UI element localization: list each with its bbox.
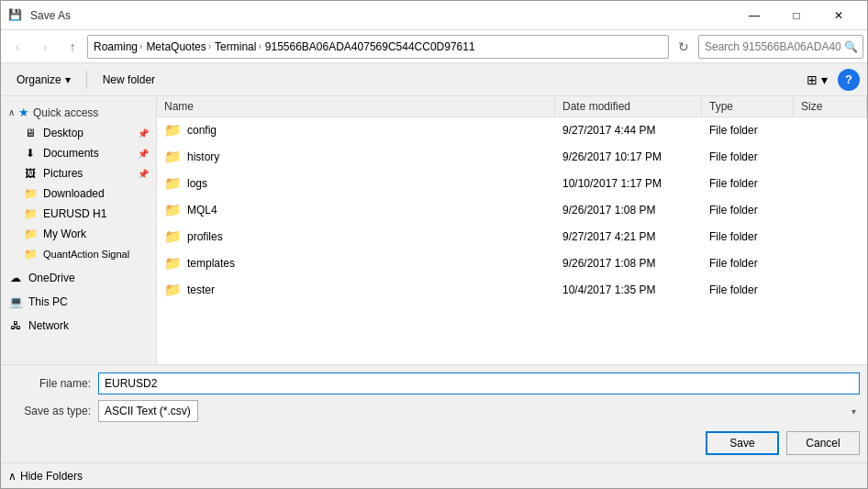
save-type-select[interactable]: ASCII Text (*.csv) [98,400,198,422]
file-size-cell [794,128,867,133]
table-row[interactable]: 📁 history 9/26/2017 10:17 PM File folder [157,144,867,171]
view-arrow: ▾ [821,72,828,87]
help-button[interactable]: ? [838,69,860,91]
sidebar-item-onedrive[interactable]: ☁ OneDrive [1,268,156,288]
breadcrumb-metaquotes[interactable]: MetaQuotes › [146,40,211,53]
minimize-button[interactable]: — [733,1,775,30]
footer: ∧ Hide Folders [1,462,867,488]
sidebar-item-mywork-label: My Work [43,228,86,240]
address-bar[interactable]: Roaming › MetaQuotes › Terminal › 915566… [87,35,669,59]
file-name-text: history [187,150,219,163]
table-row[interactable]: 📁 templates 9/26/2017 1:08 PM File folde… [157,250,867,277]
sidebar-item-network-label: Network [28,319,69,332]
quick-access-star-icon: ★ [18,106,29,119]
table-row[interactable]: 📁 MQL4 9/26/2017 1:08 PM File folder [157,197,867,224]
sidebar-item-documents-label: Documents [43,147,99,160]
file-size-cell [794,207,867,213]
select-arrow-icon: ▾ [851,406,856,417]
file-date-cell: 9/26/2017 10:17 PM [555,148,702,166]
search-input[interactable] [698,35,863,59]
table-row[interactable]: 📁 logs 10/10/2017 1:17 PM File folder [157,171,867,197]
file-type-cell: File folder [702,281,794,299]
maximize-button[interactable]: □ [775,1,818,30]
file-name-cell: 📁 profiles [157,226,555,248]
file-type-cell: File folder [702,254,794,272]
thispc-icon: 💻 [8,295,23,309]
new-folder-button[interactable]: New folder [95,69,163,91]
pin-icon-desktop: 📌 [138,128,149,139]
sidebar-item-mywork[interactable]: 📁 My Work [1,224,156,244]
table-row[interactable]: 📁 config 9/27/2017 4:44 PM File folder [157,117,867,144]
file-type-cell: File folder [702,174,794,193]
view-icon: ⊞ [807,72,818,87]
back-button[interactable]: ‹ [5,34,30,60]
hide-folders-button[interactable]: ∧ Hide Folders [8,470,83,483]
quick-access-arrow: ∧ [8,107,15,117]
sidebar-item-network[interactable]: 🖧 Network [1,316,156,336]
breadcrumb-roaming[interactable]: Roaming › [94,40,142,53]
column-name-header[interactable]: Name [157,96,555,117]
column-date-header[interactable]: Date modified [555,96,702,117]
up-button[interactable]: ↑ [60,34,85,60]
main-area: ∧ ★ Quick access 🖥 Desktop 📌 ⬇ Documents… [1,96,867,364]
file-type-cell: File folder [702,148,794,166]
forward-button[interactable]: › [32,34,58,60]
window-controls: — □ ✕ [733,1,860,30]
file-date-cell: 9/26/2017 1:08 PM [555,201,702,219]
sidebar-item-desktop[interactable]: 🖥 Desktop 📌 [1,123,156,143]
table-row[interactable]: 📁 tester 10/4/2017 1:35 PM File folder [157,277,867,304]
folder-icon: 📁 [164,282,182,298]
file-name-text: templates [187,257,235,270]
sidebar-item-pictures[interactable]: 🖼 Pictures 📌 [1,163,156,183]
navigation-bar: ‹ › ↑ Roaming › MetaQuotes › Terminal › … [1,30,867,63]
sidebar-item-eurusd[interactable]: 📁 EURUSD H1 [1,204,156,224]
file-name-input[interactable] [98,372,860,395]
column-size-header[interactable]: Size [794,96,867,117]
quick-access-section: ∧ ★ Quick access 🖥 Desktop 📌 ⬇ Documents… [1,100,156,266]
onedrive-section: ☁ OneDrive [1,266,156,290]
network-section: 🖧 Network [1,314,156,338]
save-as-dialog: 💾 Save As — □ ✕ ‹ › ↑ Roaming › MetaQuot… [0,0,868,489]
sidebar-item-desktop-label: Desktop [43,127,83,139]
network-icon: 🖧 [8,318,23,333]
file-name-text: tester [187,283,215,296]
table-row[interactable]: 📁 profiles 9/27/2017 4:21 PM File folder [157,224,867,250]
refresh-button[interactable]: ↻ [671,34,696,60]
sidebar-item-downloaded[interactable]: 📁 Downloaded [1,183,156,204]
documents-icon: ⬇ [23,146,38,161]
save-type-label: Save as type: [8,405,91,417]
organize-button[interactable]: Organize ▾ [8,69,79,91]
new-folder-label: New folder [103,73,155,86]
sidebar-item-thispc[interactable]: 💻 This PC [1,292,156,312]
file-name-label: File name: [8,377,91,390]
title-bar: 💾 Save As — □ ✕ [1,1,867,30]
breadcrumb-arrow-3: › [258,41,261,51]
cancel-button[interactable]: Cancel [786,431,860,455]
sidebar-item-quantaction[interactable]: 📁 QuantAction Signal [1,244,156,264]
close-button[interactable]: ✕ [818,1,860,30]
dialog-buttons: Save Cancel [8,428,860,455]
toolbar-right: ⊞ ▾ ? [800,68,860,92]
file-type-cell: File folder [702,228,794,246]
file-name-text: profiles [187,230,223,243]
column-type-header[interactable]: Type [702,96,794,117]
sidebar-item-downloaded-label: Downloaded [43,187,105,200]
view-button[interactable]: ⊞ ▾ [800,68,834,92]
organize-label: Organize [17,73,61,86]
sidebar-item-pictures-label: Pictures [43,167,83,180]
title-bar-left: 💾 Save As [8,8,71,23]
sidebar-item-documents[interactable]: ⬇ Documents 📌 [1,143,156,163]
file-name-cell: 📁 history [157,146,555,168]
breadcrumb-arrow-2: › [208,41,211,51]
file-type-cell: File folder [702,201,794,219]
quick-access-header[interactable]: ∧ ★ Quick access [1,102,156,123]
window-icon: 💾 [8,8,23,23]
quantaction-folder-icon: 📁 [23,247,38,261]
eurusd-folder-icon: 📁 [23,206,38,221]
save-button[interactable]: Save [706,431,779,455]
file-size-cell [794,154,867,160]
breadcrumb-id[interactable]: 915566BA06ADA407569C544CC0D97611 [265,40,475,53]
organize-arrow: ▾ [65,73,71,86]
thispc-section: 💻 This PC [1,290,156,314]
breadcrumb-terminal[interactable]: Terminal › [215,40,262,53]
